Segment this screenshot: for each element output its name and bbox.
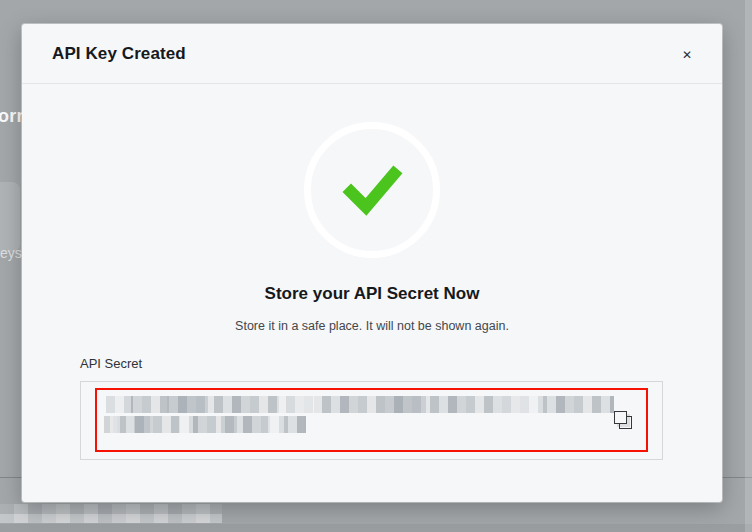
api-secret-field bbox=[80, 381, 663, 460]
api-secret-label: API Secret bbox=[80, 356, 142, 371]
background-highlight-shape bbox=[0, 182, 20, 252]
success-subtext: Store it in a safe place. It will not be… bbox=[22, 319, 722, 333]
close-icon[interactable]: ✕ bbox=[673, 41, 701, 69]
copy-icon[interactable] bbox=[614, 411, 634, 431]
success-heading: Store your API Secret Now bbox=[22, 284, 722, 304]
background-bottom-band bbox=[0, 524, 752, 532]
background-redacted-text bbox=[0, 504, 222, 523]
copy-icon-front-square bbox=[614, 411, 627, 424]
redacted-secret-line-1 bbox=[106, 396, 614, 413]
check-icon bbox=[333, 151, 411, 229]
background-clipped-text: eys bbox=[0, 245, 22, 261]
redacted-secret-line-2 bbox=[104, 416, 306, 433]
modal-header: API Key Created ✕ bbox=[22, 24, 722, 84]
redaction-highlight-box bbox=[95, 388, 648, 452]
api-key-created-modal: API Key Created ✕ Store your API Secret … bbox=[22, 24, 722, 502]
background-scrollbar bbox=[745, 0, 752, 532]
success-circle bbox=[304, 122, 440, 258]
modal-title: API Key Created bbox=[52, 24, 186, 84]
screen: orn eys API Key Created ✕ Store your API… bbox=[0, 0, 752, 532]
